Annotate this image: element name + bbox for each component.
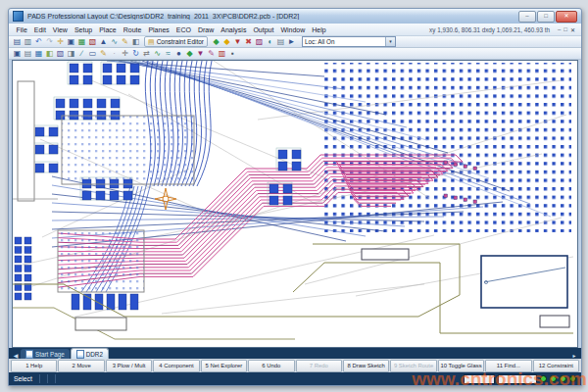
board-view-icon[interactable]: ▦ — [76, 37, 87, 47]
fnkey-11-find-[interactable]: 11 Find... — [485, 360, 531, 372]
menu-eco[interactable]: ECO — [172, 26, 194, 33]
menu-file[interactable]: File — [13, 26, 30, 33]
layer-visibility-dropdown[interactable]: Loc: All On ▾ — [302, 36, 396, 47]
tab-scroll-left-icon[interactable]: ◀ — [12, 352, 20, 359]
label-rect-3 — [75, 318, 126, 330]
bga-pad-field — [324, 63, 571, 232]
constraint-editor-icon: ▤ — [148, 38, 155, 46]
highlight-net-icon[interactable]: ◆ — [184, 49, 195, 59]
undo-icon[interactable]: ↶ — [33, 37, 44, 47]
edit-toolbar: ▣▤▦◧▧◨∕▭✎·✛↻⇄∿≈●◆▼✎▥▪ — [9, 48, 581, 60]
menu-setup[interactable]: Setup — [71, 26, 95, 33]
minimize-button[interactable]: ‒ — [518, 11, 536, 23]
window-controls: ‒ □ ✕ — [518, 11, 577, 23]
cut-icon[interactable]: ◧ — [44, 49, 55, 59]
tab-ddr2[interactable]: DDR2 — [71, 348, 109, 359]
print-icon[interactable]: ▥ — [23, 37, 33, 47]
back-annotate-icon[interactable]: ◆ — [221, 37, 232, 47]
fnkey-6-undo[interactable]: 6 Undo — [248, 360, 294, 372]
maximize-button[interactable]: □ — [537, 11, 555, 23]
mdi-minimize-button[interactable]: ‒ — [558, 26, 561, 33]
zoom-fit-icon[interactable]: ▣ — [66, 37, 76, 47]
tab-label: Start Page — [35, 351, 65, 358]
document-icon — [25, 350, 33, 359]
title-bar[interactable]: PADS Professional Layout C:\Designs\DDR2… — [9, 9, 581, 24]
fnkey-1-help[interactable]: 1 Help — [11, 360, 57, 372]
drc-icon[interactable]: ▼ — [232, 37, 243, 47]
move-icon[interactable]: ✛ — [120, 49, 130, 59]
mdi-window-controls: ‒ □ ✕ — [558, 26, 575, 33]
menu-analysis[interactable]: Analysis — [218, 26, 250, 33]
glass-icon[interactable]: ◐ — [265, 37, 275, 47]
fnkey-10-toggle-glass[interactable]: 10 Toggle Glass — [438, 360, 484, 372]
units-readout-box[interactable] — [498, 374, 537, 384]
chevron-down-icon[interactable]: ▾ — [385, 37, 395, 46]
separator-dot[interactable]: · — [109, 49, 120, 59]
fnkey-5-net-explorer[interactable]: 5 Net Explorer — [201, 360, 247, 372]
drc-window-icon[interactable]: ▥ — [217, 49, 227, 59]
status-bar: Select — [9, 372, 581, 385]
sketch-route-icon[interactable]: ✎ — [206, 49, 217, 59]
menu-output[interactable]: Output — [250, 26, 277, 33]
menu-route[interactable]: Route — [120, 26, 145, 33]
fnkey-3-plow-mult[interactable]: 3 Plow / Mult — [106, 360, 152, 372]
mirror-icon[interactable]: ⇄ — [141, 49, 152, 59]
fnkey-2-move[interactable]: 2 Move — [58, 360, 104, 372]
add-text-icon[interactable]: ✎ — [98, 49, 109, 59]
fnkey-8-draw-sketch[interactable]: 8 Draw Sketch — [343, 360, 389, 372]
fnkey-12-constraint[interactable]: 12 Constraint — [533, 360, 579, 372]
mdi-close-button[interactable]: ✕ — [570, 26, 575, 33]
pan-icon[interactable]: ✛ — [55, 37, 66, 47]
hazards-icon[interactable]: ✖ — [243, 37, 254, 47]
fnkey-7-redo: 7 Redo — [296, 360, 342, 372]
menu-window[interactable]: Window — [277, 26, 309, 33]
netlist-icon[interactable]: ▨ — [254, 37, 265, 47]
menu-edit[interactable]: Edit — [30, 26, 49, 33]
status-led-4 — [569, 375, 576, 382]
route-mode-icon[interactable]: ∿ — [109, 37, 120, 47]
forward-annotate-icon[interactable]: ◆ — [211, 37, 221, 47]
fnkey-4-component[interactable]: 4 Component — [153, 360, 199, 372]
menu-draw[interactable]: Draw — [194, 26, 217, 33]
redo-icon[interactable]: ↷ — [44, 37, 55, 47]
status-led-2 — [550, 375, 557, 382]
add-via-icon[interactable]: ● — [173, 49, 184, 59]
tab-start-page[interactable]: Start Page — [21, 349, 70, 359]
status-led-1 — [540, 375, 547, 382]
selector-icon[interactable]: ► — [286, 37, 297, 47]
select-icon[interactable]: ▣ — [12, 49, 23, 59]
mdi-restore-button[interactable]: □ — [564, 26, 567, 33]
coordinate-readout: xy 1,930.6, 806.31 dxdy 1,069.21, 460.93… — [429, 26, 550, 33]
rotate-icon[interactable]: ↻ — [130, 49, 141, 59]
align-icon[interactable]: ◨ — [66, 49, 76, 59]
function-key-bar: 1 Help2 Move3 Plow / Mult4 Component5 Ne… — [9, 359, 581, 372]
menu-place[interactable]: Place — [96, 26, 121, 33]
duplicate-icon[interactable]: ▧ — [55, 49, 66, 59]
tab-scroll-right-icon[interactable]: ▸ — [570, 352, 578, 359]
menu-bar: FileEditViewSetupPlaceRoutePlanesECODraw… — [9, 24, 581, 36]
copy-icon[interactable]: ▤ — [23, 49, 33, 59]
fanout-icon[interactable]: ▼ — [195, 49, 206, 59]
end-icon[interactable]: ▪ — [227, 49, 238, 59]
place-mode-icon[interactable]: ▲ — [98, 37, 109, 47]
display-options-icon[interactable]: ◧ — [130, 37, 141, 47]
tune-route-icon[interactable]: ≈ — [163, 49, 173, 59]
menu-view[interactable]: View — [49, 26, 71, 33]
detail-view-rect — [481, 256, 567, 308]
plow-route-icon[interactable]: ∿ — [152, 49, 163, 59]
route-border — [13, 308, 295, 339]
grid-readout-box[interactable] — [464, 374, 495, 384]
constraint-editor-button[interactable]: ▤ Constraint Editor — [144, 36, 208, 47]
edit-icon[interactable]: ✎ — [120, 37, 130, 47]
report-icon[interactable]: ▤ — [275, 37, 286, 47]
window-title: PADS Professional Layout C:\Designs\DDR2… — [27, 13, 514, 20]
paste-icon[interactable]: ▦ — [33, 49, 44, 59]
close-button[interactable]: ✕ — [556, 11, 577, 23]
draw-rect-icon[interactable]: ▭ — [87, 49, 98, 59]
menu-planes[interactable]: Planes — [145, 26, 172, 33]
save-icon[interactable]: ▤ — [12, 37, 23, 47]
layer-view-icon[interactable]: ▧ — [87, 37, 98, 47]
draw-line-icon[interactable]: ∕ — [76, 49, 87, 59]
pcb-canvas[interactable] — [12, 60, 578, 348]
menu-help[interactable]: Help — [309, 26, 329, 33]
